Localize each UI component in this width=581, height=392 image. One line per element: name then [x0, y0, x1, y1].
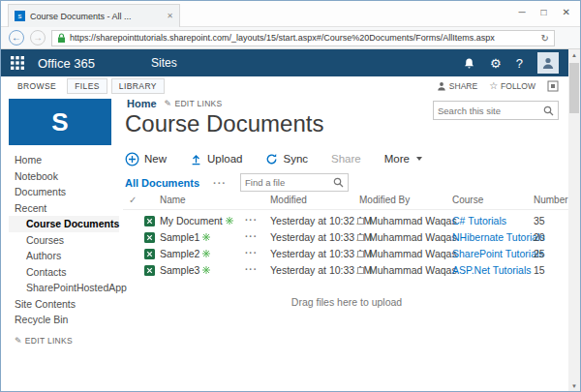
sidebar-item-course-documents[interactable]: Course Documents	[9, 216, 119, 232]
sidebar-section-recent[interactable]: Recent	[9, 200, 119, 217]
sidebar-item-authors[interactable]: Authors	[9, 248, 119, 264]
item-menu-ellipsis[interactable]: ···	[245, 215, 258, 226]
file-name-text[interactable]: Sample3	[160, 264, 199, 276]
search-icon[interactable]	[333, 177, 344, 188]
find-a-file-input[interactable]	[245, 177, 333, 188]
url-bar[interactable]: https://sharepointtutorials.sharepoint.c…	[51, 30, 555, 46]
sidebar-item-sharepointhostedapp[interactable]: SharePointHostedApp	[9, 280, 119, 296]
sidebar-item-notebook[interactable]: Notebook	[9, 168, 119, 185]
site-search-box[interactable]	[433, 101, 559, 120]
forward-button[interactable]: →	[30, 30, 46, 45]
scroll-up-icon[interactable]: ▲	[568, 49, 580, 61]
ribbon-right-actions: SHARE ☆ FOLLOW	[437, 80, 559, 92]
table-row[interactable]: Sample1 ··· Yesterday at 10:33 AM Muhamm…	[123, 229, 570, 246]
sidebar-item-courses[interactable]: Courses	[9, 232, 119, 249]
course-link[interactable]: ASP.Net Tutorials	[452, 264, 532, 276]
sidebar-item-recycle-bin[interactable]: Recycle Bin	[9, 312, 119, 328]
scroll-down-icon[interactable]: ▼	[568, 380, 580, 392]
column-header-course[interactable]: Course	[452, 195, 483, 205]
select-all-check-icon[interactable]: ✓	[129, 195, 137, 205]
column-header-name[interactable]: Name	[160, 195, 186, 205]
tab-library[interactable]: LIBRARY	[111, 78, 165, 94]
follow-star-icon: ☆	[489, 80, 498, 91]
user-avatar[interactable]	[537, 52, 559, 74]
sidebar-edit-links-label: EDIT LINKS	[25, 336, 73, 346]
column-header-number[interactable]: Number	[534, 195, 568, 205]
refresh-icon[interactable]: ↻	[541, 33, 549, 44]
breadcrumb: Home ✎ EDIT LINKS	[127, 98, 223, 109]
number-value: 15	[534, 264, 545, 276]
site-search-input[interactable]	[438, 106, 543, 116]
focus-on-content-button[interactable]	[547, 80, 559, 92]
browser-tab[interactable]: s Course Documents - All ... ✕	[8, 4, 180, 27]
view-ellipsis-icon[interactable]: ···	[213, 177, 227, 189]
close-button[interactable]: ✕	[563, 7, 570, 17]
sharepoint-site-logo[interactable]: S	[9, 99, 111, 145]
modified-by-value[interactable]: Muhammad Waqas	[369, 264, 457, 276]
back-button[interactable]: ←	[9, 30, 24, 45]
presence-indicator	[357, 218, 364, 225]
tab-files[interactable]: FILES	[67, 78, 107, 94]
header-edit-links[interactable]: ✎ EDIT LINKS	[165, 99, 223, 108]
document-library-list: ✓ Name Modified Modified By Course Numbe…	[123, 193, 570, 308]
number-value: 20	[534, 231, 545, 243]
follow-label: FOLLOW	[501, 81, 535, 91]
modified-by-value[interactable]: Muhammad Waqas	[369, 215, 457, 226]
view-all-documents[interactable]: All Documents	[125, 177, 199, 189]
minimize-button[interactable]: ─	[518, 7, 525, 17]
breadcrumb-home-link[interactable]: Home	[127, 98, 157, 109]
browser-window: s Course Documents - All ... ✕ ─ □ ✕ ← →…	[0, 0, 581, 392]
item-menu-ellipsis[interactable]: ···	[245, 231, 258, 242]
settings-gear-icon[interactable]: ⚙	[490, 56, 502, 71]
sites-link[interactable]: Sites	[151, 56, 177, 70]
column-header-modified[interactable]: Modified	[270, 195, 307, 205]
browser-addressbar: ← → https://sharepointtutorials.sharepoi…	[1, 27, 580, 49]
course-link[interactable]: NHibernate Tutorials	[452, 231, 545, 243]
modified-by-value[interactable]: Muhammad Waqas	[369, 231, 457, 243]
file-name-text[interactable]: My Document	[160, 215, 223, 226]
table-row[interactable]: My Document ··· Yesterday at 10:32 AM Mu…	[123, 213, 570, 229]
presence-indicator	[357, 267, 364, 274]
sidebar-edit-links[interactable]: ✎ EDIT LINKS	[15, 336, 73, 346]
edit-links-label: EDIT LINKS	[174, 99, 222, 108]
share-person-icon	[437, 81, 446, 91]
search-icon[interactable]	[543, 106, 554, 116]
app-launcher-icon[interactable]	[11, 56, 24, 70]
vertical-scrollbar[interactable]: ▲ ▼	[568, 49, 580, 392]
chevron-down-icon	[416, 157, 422, 161]
more-menu-button[interactable]: More	[384, 153, 422, 165]
item-menu-ellipsis[interactable]: ···	[245, 248, 258, 258]
maximize-button[interactable]: □	[541, 7, 547, 17]
tab-browse[interactable]: BROWSE	[11, 79, 63, 93]
table-row[interactable]: Sample2 ··· Yesterday at 10:33 AM Muhamm…	[123, 246, 570, 262]
sidebar-item-home[interactable]: Home	[9, 152, 119, 168]
modified-by-value[interactable]: Muhammad Waqas	[369, 248, 457, 259]
upload-button[interactable]: Upload	[190, 153, 242, 166]
scrollbar-thumb[interactable]	[569, 63, 579, 113]
list-command-bar: New Upload Sync Share More	[125, 149, 422, 168]
tab-close-icon[interactable]: ✕	[167, 12, 173, 20]
help-icon[interactable]: ?	[516, 56, 523, 71]
share-action[interactable]: SHARE	[437, 81, 477, 91]
new-button[interactable]: New	[125, 152, 167, 166]
file-name-text[interactable]: Sample2	[160, 248, 199, 259]
file-name-text[interactable]: Sample1	[160, 231, 199, 243]
upload-label: Upload	[207, 153, 242, 165]
course-link[interactable]: C# Tutorials	[452, 215, 506, 226]
follow-action[interactable]: ☆ FOLLOW	[489, 80, 535, 91]
column-header-modified-by[interactable]: Modified By	[359, 195, 410, 205]
office365-suitebar: Office 365 Sites ⚙ ?	[1, 49, 568, 76]
sync-button[interactable]: Sync	[265, 153, 308, 166]
item-menu-ellipsis[interactable]: ···	[245, 264, 258, 275]
find-a-file-box[interactable]	[240, 173, 349, 192]
sync-label: Sync	[283, 153, 308, 165]
sidebar-item-documents[interactable]: Documents	[9, 184, 119, 200]
share-button[interactable]: Share	[331, 153, 361, 165]
office365-brand[interactable]: Office 365	[38, 56, 95, 71]
sidebar-item-contacts[interactable]: Contacts	[9, 264, 119, 281]
presence-indicator	[357, 234, 364, 241]
notifications-bell-icon[interactable]	[463, 57, 475, 70]
table-row[interactable]: Sample3 ··· Yesterday at 10:33 AM Muhamm…	[123, 262, 570, 279]
course-link[interactable]: SharePoint Tutorials	[452, 248, 544, 259]
sidebar-item-site-contents[interactable]: Site Contents	[9, 296, 119, 313]
